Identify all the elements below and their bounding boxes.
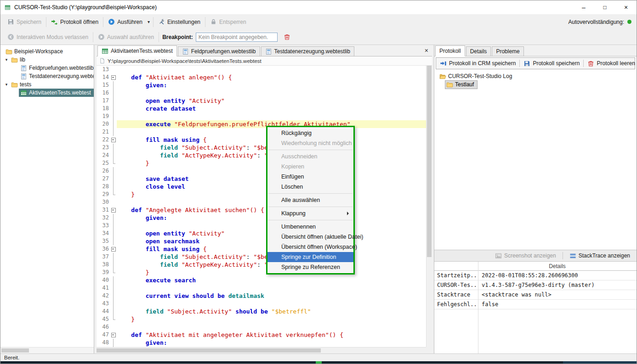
tree-item-aktivitaetentests-webtest[interactable]: AktivitaetenTests.webtest <box>0 89 94 97</box>
editor-pathbar: Y:\playground\Beispiel-Workspace\tests\A… <box>97 56 432 66</box>
scrollbar-corner <box>426 347 432 353</box>
code-line-23[interactable]: 23 field "Subject.Activity": "$betreffl" <box>97 144 426 151</box>
code-line-44[interactable]: 44 field "Subject.Activity" should be "$… <box>97 308 426 315</box>
code-line-29[interactable]: 29 } <box>97 190 426 198</box>
code-line-13[interactable]: 13 <box>97 66 426 73</box>
code-line-19[interactable]: 19 <box>97 112 426 120</box>
code-line-43[interactable]: 43 <box>97 300 426 308</box>
details-rows: Startzeitp...2022-08-01T08:55:28.2606963… <box>434 271 637 309</box>
settings-button[interactable]: Einstellungen <box>155 17 204 27</box>
code-line-20[interactable]: 20 execute "Feldpruefungen.pruefePflicht… <box>97 120 426 128</box>
code-line-40[interactable]: 40 execute search <box>97 276 426 284</box>
details-table-header: Details <box>434 262 637 271</box>
log-tree-item-cursor-test-studio-log[interactable]: CURSOR-Test-Studio Log <box>434 72 637 80</box>
menu-item-alle-auswählen[interactable]: Alle auswählen <box>267 195 353 205</box>
code-line-47[interactable]: 47 def "Aktivitaet mit angelegeter Aktiv… <box>97 331 426 339</box>
code-line-27[interactable]: 27 save dataset <box>97 175 426 183</box>
menu-item-einfügen[interactable]: Einfügen <box>267 172 353 182</box>
scrollbar-thumb[interactable] <box>427 66 432 257</box>
maximize-icon[interactable]: □ <box>594 0 615 14</box>
open-log-button[interactable]: Protokoll öffnen <box>48 17 102 27</box>
toolbar-separator <box>563 252 563 259</box>
show-stacktrace-button[interactable]: StackTrace anzeigen <box>566 250 634 261</box>
log-tree-item-testlauf[interactable]: Testlauf <box>434 80 637 89</box>
tree-item-testdatenerzeugung-webtestlib[interactable]: Testdatenerzeugung.webtestlib <box>0 72 94 80</box>
menu-item-springe-zu-referenzen[interactable]: Springe zu Referenzen <box>267 262 353 272</box>
submenu-arrow-icon <box>347 212 349 215</box>
code-line-33[interactable]: 33 <box>97 222 426 230</box>
run-dropdown-icon[interactable]: ▾ <box>146 17 152 26</box>
code-line-25[interactable]: 25 } <box>97 159 426 167</box>
tab-testdatenerzeugung-webtestlib[interactable]: Testdatenerzeugung.webtestlib <box>261 46 354 56</box>
code-line-34[interactable]: 34 open entity "Activity" <box>97 230 426 237</box>
tree-item-tests[interactable]: ▾tests <box>0 80 94 89</box>
breakpoint-input[interactable] <box>196 33 278 42</box>
tab-probleme[interactable]: Probleme <box>492 46 523 56</box>
close-icon[interactable]: × <box>615 0 637 14</box>
code-line-42[interactable]: 42 current view should be detailmask <box>97 292 426 300</box>
menu-item-springe-zur-definition[interactable]: Springe zur Definition <box>267 252 353 262</box>
menu-item-rückgängig[interactable]: Rückgängig <box>267 128 353 138</box>
settings-icon <box>158 18 165 25</box>
code-line-30[interactable]: 30 <box>97 198 426 206</box>
clear-log-button[interactable]: Protokoll leeren <box>584 58 637 69</box>
menu-item-übersicht-öffnen-workspace[interactable]: Übersicht öffnen (Workspace) <box>267 242 353 252</box>
code-line-37[interactable]: 37 field "Subject.Activity": "$betreffl" <box>97 253 426 261</box>
code-line-36[interactable]: 36 fill mask using { <box>97 245 426 253</box>
code-line-31[interactable]: 31 def "Angelegte Aktivitaet suchen"() { <box>97 206 426 214</box>
tab-feldpruefungen-webtestlib[interactable]: Feldpruefungen.webtestlib <box>178 46 260 56</box>
details-value-header: Details <box>478 262 637 270</box>
code-line-17[interactable]: 17 open entity "Activity" <box>97 97 426 105</box>
run-button[interactable]: Ausführen <box>105 17 146 27</box>
details-row-stacktrace: Stacktrace<stacktrace was null> <box>434 290 637 300</box>
code-line-46[interactable]: 46 <box>97 323 426 331</box>
breakpoint-label: Breakpoint: <box>162 34 193 40</box>
scrollbar-thumb[interactable] <box>1 348 29 353</box>
code-line-22[interactable]: 22 fill mask using { <box>97 136 426 144</box>
code-line-39[interactable]: 39 } <box>97 269 426 276</box>
menu-item-klappung[interactable]: Klappung <box>267 208 353 218</box>
file-icon <box>99 58 105 64</box>
code-line-41[interactable]: 41 <box>97 284 426 292</box>
expander-icon[interactable]: ▾ <box>3 57 10 62</box>
folderopen-icon <box>439 73 446 80</box>
code-line-32[interactable]: 32 given: <box>97 214 426 222</box>
scrollbar-thumb[interactable] <box>97 348 321 353</box>
expander-icon[interactable]: ▾ <box>3 82 10 87</box>
unlock-button: Entsperren <box>207 17 250 27</box>
close-tab-icon[interactable]: × <box>425 47 428 54</box>
code-line-38[interactable]: 38 field "ActTypeKey.Activity": "$acttyp… <box>97 261 426 269</box>
details-key: Fehlgeschl... <box>434 301 478 308</box>
taskbar-strip <box>0 361 637 364</box>
minimize-icon[interactable]: – <box>573 0 594 14</box>
details-row-fehlgeschl: Fehlgeschl...false <box>434 300 637 309</box>
delete-breakpoint-button[interactable] <box>280 32 294 42</box>
code-line-48[interactable]: 48 given: <box>97 339 426 347</box>
code-line-21[interactable]: 21 <box>97 128 426 136</box>
code-line-35[interactable]: 35 open searchmask <box>97 237 426 245</box>
workspace-hscrollbar[interactable] <box>0 347 94 353</box>
code-line-28[interactable]: 28 close level <box>97 183 426 190</box>
code-line-15[interactable]: 15 given: <box>97 81 426 89</box>
code-editor[interactable]: 1314 def "Aktivitaet anlegen"() {15 give… <box>97 66 432 353</box>
tree-item-lib[interactable]: ▾lib <box>0 56 94 64</box>
menu-item-löschen[interactable]: Löschen <box>267 182 353 192</box>
editor-hscrollbar[interactable] <box>97 347 426 353</box>
save-log-to-crm-button[interactable]: Protokoll in CRM speichern <box>436 58 519 69</box>
code-line-14[interactable]: 14 def "Aktivitaet anlegen"() { <box>97 73 426 81</box>
tree-item-feldpruefungen-webtestlib[interactable]: Feldpruefungen.webtestlib <box>0 64 94 72</box>
details-value: false <box>478 301 637 308</box>
code-line-26[interactable]: 26 <box>97 167 426 175</box>
save-log-button[interactable]: Protokoll speichern <box>520 58 583 69</box>
tab-aktivitaetentests-webtest[interactable]: AktivitaetenTests.webtest <box>97 45 177 56</box>
tab-protokoll[interactable]: Protokoll <box>435 45 465 56</box>
code-line-16[interactable]: 16 <box>97 89 426 97</box>
menu-item-übersicht-öffnen-aktuelle-datei[interactable]: Übersicht öffnen (aktuelle Datei) <box>267 232 353 242</box>
tree-item-beispiel-workspace[interactable]: Beispiel-Workspace <box>0 47 94 56</box>
code-line-24[interactable]: 24 field "ActTypeKey.Activity": "$acttyp… <box>97 151 426 159</box>
editor-vscrollbar[interactable] <box>426 66 432 347</box>
code-line-18[interactable]: 18 create dataset <box>97 105 426 112</box>
tab-details[interactable]: Details <box>466 46 491 56</box>
menu-item-umbenennen[interactable]: Umbenennen <box>267 222 353 232</box>
code-line-45[interactable]: 45 } <box>97 315 426 323</box>
